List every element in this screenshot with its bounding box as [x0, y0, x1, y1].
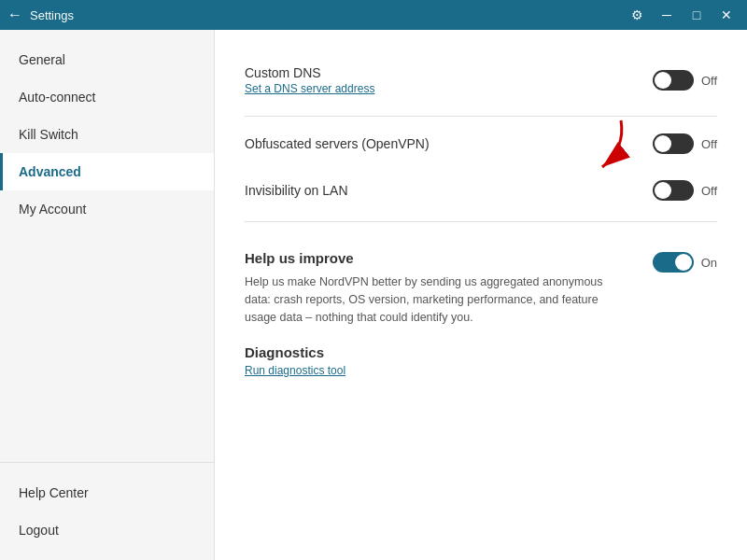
title-bar-left: ← Settings — [7, 7, 74, 23]
help-improve-toggle-label: On — [701, 256, 717, 270]
custom-dns-row: Custom DNS Set a DNS server address Off — [245, 52, 717, 108]
help-improve-section: Help us improve Help us make NordVPN bet… — [245, 237, 717, 326]
obfuscated-servers-toggle-knob — [655, 135, 671, 152]
divider-2 — [245, 221, 717, 222]
obfuscated-servers-section: Obfuscated servers (OpenVPN) Off Invisib… — [245, 120, 717, 214]
close-button[interactable]: ✕ — [713, 2, 740, 28]
invisibility-lan-toggle-knob — [655, 182, 671, 199]
custom-dns-label: Custom DNS — [245, 65, 374, 80]
help-improve-description: Help us make NordVPN better by sending u… — [245, 273, 618, 326]
help-improve-row: Help us improve Help us make NordVPN bet… — [245, 237, 717, 326]
sidebar-item-general[interactable]: General — [0, 41, 214, 78]
sidebar-item-my-account[interactable]: My Account — [0, 190, 214, 228]
sidebar-item-auto-connect[interactable]: Auto-connect — [0, 78, 214, 116]
obfuscated-servers-toggle-group: Off — [653, 133, 717, 154]
custom-dns-label-group: Custom DNS Set a DNS server address — [245, 65, 374, 95]
obfuscated-servers-row: Obfuscated servers (OpenVPN) Off — [245, 120, 717, 167]
sidebar-item-help-center[interactable]: Help Center — [0, 474, 214, 511]
minimize-button[interactable]: ─ — [654, 2, 680, 28]
sidebar-bottom: Help Center Logout — [0, 462, 214, 560]
custom-dns-toggle-knob — [655, 72, 671, 89]
obfuscated-servers-label: Obfuscated servers (OpenVPN) — [245, 136, 430, 151]
sidebar: General Auto-connect Kill Switch Advance… — [0, 30, 215, 560]
custom-dns-toggle-label: Off — [701, 74, 717, 88]
invisibility-lan-toggle-label: Off — [701, 184, 717, 198]
diagnostics-title: Diagnostics — [245, 344, 717, 360]
content-area: Custom DNS Set a DNS server address Off … — [215, 30, 747, 560]
title-bar: ← Settings ⚙ ─ □ ✕ — [0, 0, 747, 30]
maximize-button[interactable]: □ — [684, 2, 710, 28]
title-bar-controls: ⚙ ─ □ ✕ — [624, 2, 740, 28]
sidebar-item-kill-switch[interactable]: Kill Switch — [0, 116, 214, 153]
invisibility-lan-label: Invisibility on LAN — [245, 183, 348, 198]
back-button[interactable]: ← — [7, 7, 22, 23]
custom-dns-toggle[interactable] — [653, 70, 694, 91]
window-title: Settings — [30, 8, 74, 22]
help-improve-title: Help us improve — [245, 250, 618, 266]
sidebar-item-advanced[interactable]: Advanced — [0, 153, 214, 190]
custom-dns-section: Custom DNS Set a DNS server address Off — [245, 52, 717, 108]
custom-dns-link[interactable]: Set a DNS server address — [245, 82, 374, 95]
help-improve-toggle-group: On — [653, 252, 717, 273]
gear-icon[interactable]: ⚙ — [624, 2, 650, 28]
diagnostics-section: Diagnostics Run diagnostics tool — [245, 344, 717, 377]
divider-1 — [245, 116, 717, 117]
obfuscated-servers-toggle-label: Off — [701, 137, 717, 151]
help-improve-toggle[interactable] — [653, 252, 694, 273]
invisibility-lan-row: Invisibility on LAN Off — [245, 167, 717, 214]
invisibility-lan-toggle-group: Off — [653, 180, 717, 201]
help-improve-label-group: Help us improve Help us make NordVPN bet… — [245, 250, 618, 326]
app-body: General Auto-connect Kill Switch Advance… — [0, 30, 747, 560]
obfuscated-servers-toggle[interactable] — [653, 133, 694, 154]
help-improve-toggle-knob — [675, 254, 692, 271]
sidebar-item-logout[interactable]: Logout — [0, 511, 214, 549]
invisibility-lan-toggle[interactable] — [653, 180, 694, 201]
sidebar-nav: General Auto-connect Kill Switch Advance… — [0, 30, 214, 462]
custom-dns-toggle-group: Off — [653, 70, 717, 91]
diagnostics-link[interactable]: Run diagnostics tool — [245, 364, 717, 377]
